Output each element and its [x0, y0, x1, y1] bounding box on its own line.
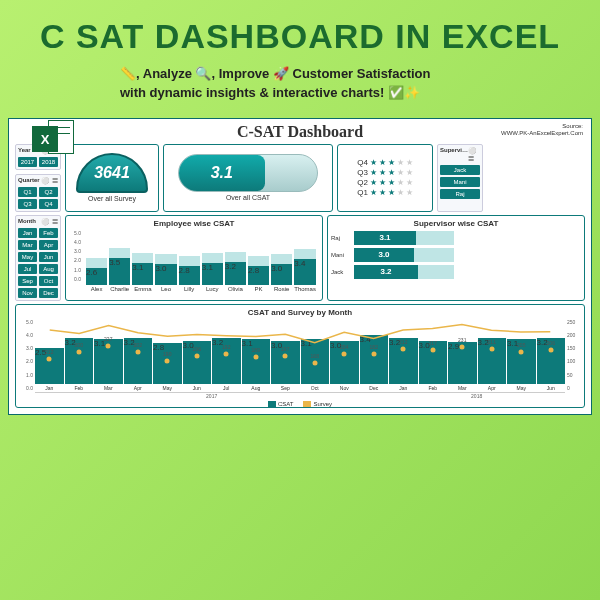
line-point [253, 354, 258, 359]
bar: 2.9Mar231 [448, 342, 477, 391]
line-label: 205 [517, 342, 525, 348]
supervisor-slicer[interactable]: Supervi…⚪ 𝌆 JackManiRaj [437, 144, 483, 212]
line-label: 231 [458, 337, 466, 343]
star-icon: ★ [370, 178, 377, 187]
slicer-button[interactable]: Raj [440, 189, 480, 199]
bar: 3.0Jun196 [183, 341, 212, 391]
line-label: 211 [488, 339, 496, 345]
bar: 3.0Feb217 [419, 341, 448, 391]
line-point [342, 351, 347, 356]
filter-icon[interactable]: ⚪ 𝌆 [41, 177, 58, 185]
star-icon: ★ [379, 158, 386, 167]
csat-by-month-chart: CSAT and Survey by Month 5.04.03.02.01.0… [15, 304, 585, 408]
star-icon: ★ [379, 168, 386, 177]
bar: 3.1May205 [507, 339, 536, 391]
slicer-button[interactable]: Jun [39, 252, 58, 262]
filter-icon[interactable]: ⚪ 𝌆 [41, 218, 58, 226]
chart-legend: CSAT Survey [19, 401, 581, 407]
line-label: 206 [547, 340, 555, 346]
star-icon: ★ [388, 178, 395, 187]
overall-survey-label: Over all Survey [88, 195, 136, 202]
star-icon: ★ [397, 188, 404, 197]
overall-csat-card: 3.1 Over all CSAT [163, 144, 333, 212]
slicer-button[interactable]: Oct [39, 276, 58, 286]
bar: 3.2Jan212 [389, 338, 418, 391]
star-icon: ★ [388, 158, 395, 167]
bar: 2.6Alex [86, 258, 107, 292]
star-icon: ★ [379, 188, 386, 197]
star-icon: ★ [379, 178, 386, 187]
star-row: Q2★★★★★ [357, 178, 413, 187]
line-label: 212 [45, 349, 53, 355]
line-label: 190 [163, 351, 171, 357]
bar: 3.1Mar227 [94, 339, 123, 391]
supervisor-csat-chart: Supervisor wise CSAT Raj3.1Mani3.0Jack3.… [327, 215, 585, 301]
bar: Jack3.2 [331, 265, 581, 279]
bar: 3.2Jun206 [537, 338, 566, 391]
slicer-button[interactable]: Feb [39, 228, 58, 238]
bar: 3.1Emma [132, 253, 153, 292]
bar: 3.0Nov204 [330, 341, 359, 391]
overall-survey-card: 3641 Over all Survey [65, 144, 159, 212]
line-point [194, 354, 199, 359]
line-point [371, 352, 376, 357]
line-point [224, 352, 229, 357]
bar: 3.0Rosie [271, 254, 292, 292]
dashboard-panel: C-SAT Dashboard Source:WWW.PK-AnExcelExp… [8, 118, 592, 415]
line-label: 212 [399, 338, 407, 344]
slicer-button[interactable]: Mani [440, 177, 480, 187]
slicer-button[interactable]: Jul [18, 264, 37, 274]
bar: 3.2Apr211 [478, 338, 507, 391]
page-title: C SAT DASHBOARD IN EXCEL [30, 18, 570, 55]
overall-csat-label: Over all CSAT [226, 194, 270, 201]
slicer-button[interactable]: Jan [18, 228, 37, 238]
quarter-slicer[interactable]: Quarter⚪ 𝌆 Q1Q2Q3Q4 [15, 174, 61, 212]
slicer-button[interactable]: Jack [440, 165, 480, 175]
line-label: 200 [75, 342, 83, 348]
page-subtitle: 📏, Analyze 🔍, Improve 🚀 Customer Satisfa… [120, 65, 460, 101]
line-label: 168 [311, 353, 319, 359]
slicer-button[interactable]: Q2 [39, 187, 58, 197]
line-point [401, 346, 406, 351]
star-icon: ★ [406, 158, 413, 167]
slicer-button[interactable]: Mar [18, 240, 37, 250]
star-icon: ★ [397, 168, 404, 177]
bar: 3.2Feb200 [65, 338, 94, 391]
line-label: 197 [281, 346, 289, 352]
bar: 3.1Oct168 [301, 339, 330, 391]
slicer-button[interactable]: Dec [39, 288, 58, 298]
slicer-button[interactable]: May [18, 252, 37, 262]
filter-icon[interactable]: ⚪ 𝌆 [468, 147, 480, 163]
month-slicer[interactable]: Month⚪ 𝌆 JanFebMarAprMayJunJulAugSepOctN… [15, 215, 61, 301]
line-point [548, 348, 553, 353]
line-point [283, 353, 288, 358]
line-point [47, 356, 52, 361]
slicer-button[interactable]: Sep [18, 276, 37, 286]
line-point [489, 346, 494, 351]
slicer-button[interactable]: Q1 [18, 187, 37, 197]
slicer-button[interactable]: Apr [39, 240, 58, 250]
bar: 2.8PK [248, 256, 269, 292]
slicer-button[interactable]: Q3 [18, 199, 37, 209]
slicer-button[interactable]: Aug [39, 264, 58, 274]
overall-csat-value: 3.1 [179, 155, 265, 191]
line-label: 204 [340, 344, 348, 350]
overall-survey-value: 3641 [76, 153, 148, 193]
star-icon: ★ [406, 178, 413, 187]
slicer-button[interactable]: Q4 [39, 199, 58, 209]
line-point [135, 349, 140, 354]
line-label: 202 [134, 341, 142, 347]
star-icon: ★ [397, 178, 404, 187]
line-label: 182 [370, 344, 378, 350]
slicer-button[interactable]: Nov [18, 288, 37, 298]
line-point [519, 350, 524, 355]
star-icon: ★ [406, 168, 413, 177]
bar: 2.5Jan212 [35, 348, 64, 391]
dashboard-title: C-SAT Dashboard [237, 123, 363, 141]
bar: Mani3.0 [331, 248, 581, 262]
star-icon: ★ [397, 158, 404, 167]
line-label: 196 [193, 346, 201, 352]
bar: 3.0Leo [155, 254, 176, 292]
line-point [165, 358, 170, 363]
bar: 3.4Dec182 [360, 335, 389, 391]
